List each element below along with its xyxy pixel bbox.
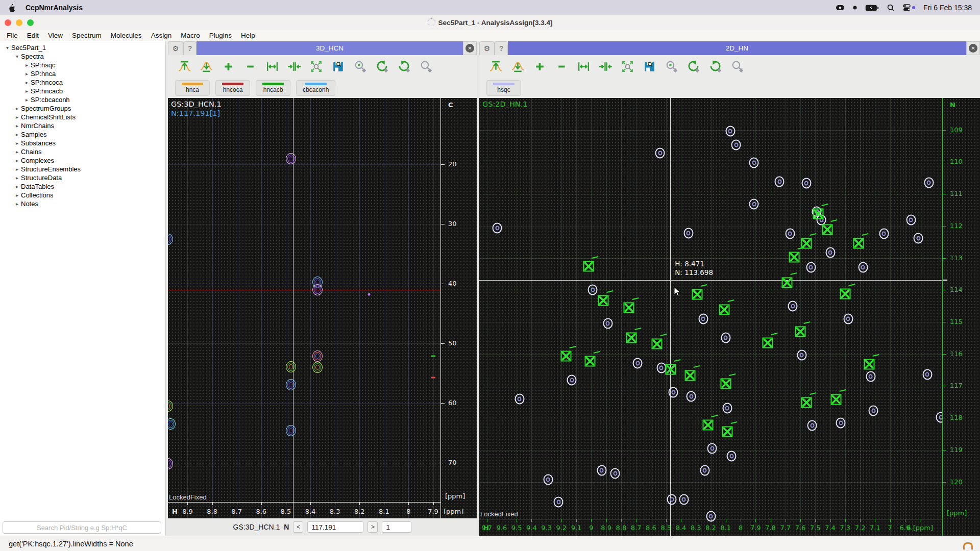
y-axis[interactable]: 109110111112113114115116117118119120N[pp… xyxy=(942,98,980,536)
panel-help-button[interactable]: ? xyxy=(183,41,197,55)
spectrum-toggle-hncoca[interactable]: hncoca xyxy=(215,80,250,96)
tree-item-samples[interactable]: ▸Samples xyxy=(0,130,165,139)
assigned-peak-marker[interactable] xyxy=(626,333,637,343)
tree-item-sp-hsqc[interactable]: ▸SP:hsqc xyxy=(0,61,165,69)
chevron-right-icon[interactable]: ▸ xyxy=(23,97,31,103)
decrease-strip-width-icon[interactable] xyxy=(598,59,613,74)
raise-contour-base-icon[interactable] xyxy=(177,59,192,74)
peak-marker[interactable] xyxy=(633,358,643,368)
undo-zoom-icon[interactable] xyxy=(375,59,389,74)
next-plane-button[interactable]: > xyxy=(368,521,378,533)
peak-marker[interactable] xyxy=(806,262,816,273)
battery-charging-icon[interactable] xyxy=(865,5,879,11)
apple-logo-icon[interactable] xyxy=(8,4,15,12)
tree-item-notes[interactable]: ▸Notes xyxy=(0,199,165,208)
spotlight-icon[interactable] xyxy=(887,4,895,12)
aspect-lock-label[interactable]: LockedFixed xyxy=(480,510,518,518)
assigned-peak-marker[interactable] xyxy=(789,252,800,263)
menu-spectrum[interactable]: Spectrum xyxy=(67,32,106,39)
spectrum-toggle-hsqc[interactable]: hsqc xyxy=(486,80,521,96)
peak-dot[interactable] xyxy=(368,293,371,296)
assigned-peak-marker[interactable] xyxy=(583,261,594,271)
peak-sliver[interactable] xyxy=(431,355,435,357)
peak-marker[interactable] xyxy=(843,313,853,324)
peak-sliver[interactable] xyxy=(431,377,435,378)
zoom-full-icon[interactable] xyxy=(620,59,635,74)
contour-peak[interactable] xyxy=(312,284,323,296)
assigned-peak-marker[interactable] xyxy=(584,356,595,367)
assigned-peak-marker[interactable] xyxy=(652,338,663,349)
peak-marker[interactable] xyxy=(858,262,868,273)
remove-contour-level-icon[interactable] xyxy=(243,59,258,74)
tree-item-nmrchains[interactable]: ▸NmrChains xyxy=(0,121,165,130)
menu-assign[interactable]: Assign xyxy=(146,32,177,39)
lower-contour-base-icon[interactable] xyxy=(199,59,214,74)
peak-marker[interactable] xyxy=(700,465,709,476)
spectrum-toggle-hncacb[interactable]: hncacb xyxy=(256,80,290,96)
peak-marker[interactable] xyxy=(514,393,524,404)
y-axis[interactable]: [ppm]203040506070C[ppm] xyxy=(440,98,477,518)
tree-item-sp-hncacb[interactable]: ▸SP:hncacb xyxy=(0,87,165,95)
undo-zoom-icon[interactable] xyxy=(686,59,701,74)
contour-peak[interactable] xyxy=(285,153,297,165)
assigned-peak-marker[interactable] xyxy=(722,427,732,437)
chevron-right-icon[interactable]: ▸ xyxy=(23,88,31,94)
menu-plugins[interactable]: Plugins xyxy=(205,32,236,39)
peak-marker[interactable] xyxy=(914,233,923,243)
contour-peak[interactable] xyxy=(312,361,323,373)
panel-help-button[interactable]: ? xyxy=(495,41,508,55)
increase-strip-width-icon[interactable] xyxy=(265,59,280,74)
chevron-right-icon[interactable]: ▸ xyxy=(13,201,21,207)
assigned-peak-marker[interactable] xyxy=(623,302,634,313)
chevron-right-icon[interactable]: ▸ xyxy=(13,158,21,163)
assigned-peak-marker[interactable] xyxy=(719,304,729,315)
peak-marker[interactable] xyxy=(879,228,889,239)
peak-marker[interactable] xyxy=(669,387,678,398)
peak-marker[interactable] xyxy=(749,199,759,210)
peak-marker[interactable] xyxy=(679,494,689,505)
peak-marker[interactable] xyxy=(731,140,741,151)
contour-peak[interactable] xyxy=(285,361,297,373)
peak-marker[interactable] xyxy=(797,349,806,360)
peak-marker[interactable] xyxy=(721,333,730,343)
peak-marker[interactable] xyxy=(610,468,620,479)
tree-item-spectrumgroups[interactable]: ▸SpectrumGroups xyxy=(0,104,165,113)
plane-count-input[interactable] xyxy=(382,521,411,533)
panel-close-button[interactable]: ✕ xyxy=(966,41,980,55)
assigned-peak-marker[interactable] xyxy=(781,277,792,288)
control-center-icon[interactable] xyxy=(903,4,915,11)
assigned-peak-marker[interactable] xyxy=(831,394,842,405)
assigned-peak-marker[interactable] xyxy=(822,224,832,235)
redo-zoom-icon[interactable] xyxy=(708,59,723,74)
tree-item-spectra[interactable]: ▾Spectra xyxy=(0,52,165,61)
spectrum-canvas-2d[interactable]: 9.79.69.59.49.39.29.198.98.88.78.68.58.4… xyxy=(479,98,980,536)
panel-settings-button[interactable]: ⚙ xyxy=(479,41,495,55)
aspect-lock-label[interactable]: LockedFixed xyxy=(169,493,207,501)
assigned-peak-marker[interactable] xyxy=(795,327,806,337)
assigned-peak-marker[interactable] xyxy=(853,238,864,248)
privacy-pill-icon[interactable] xyxy=(836,5,845,11)
peak-marker[interactable] xyxy=(493,223,502,234)
zoom-popup-icon[interactable] xyxy=(730,59,745,74)
restore-zoom-icon[interactable] xyxy=(664,59,679,74)
assigned-peak-marker[interactable] xyxy=(598,295,608,306)
store-zoom-icon[interactable] xyxy=(331,59,346,74)
zoom-full-icon[interactable] xyxy=(309,59,324,74)
peak-marker[interactable] xyxy=(603,318,612,329)
contour-peak[interactable] xyxy=(312,350,323,362)
peak-marker[interactable] xyxy=(707,443,717,454)
tree-item-sp-cbcaconh[interactable]: ▸SP:cbcaconh xyxy=(0,95,165,104)
peak-marker[interactable] xyxy=(588,285,598,295)
chevron-right-icon[interactable]: ▸ xyxy=(13,123,21,129)
tree-item-complexes[interactable]: ▸Complexes xyxy=(0,156,165,165)
peak-marker[interactable] xyxy=(687,391,696,402)
assigned-peak-marker[interactable] xyxy=(801,397,812,408)
chevron-right-icon[interactable]: ▸ xyxy=(13,166,21,172)
spectrum-toggle-cbcaconh[interactable]: cbcaconh xyxy=(296,80,335,96)
assigned-peak-marker[interactable] xyxy=(665,364,676,374)
tree-item-datatables[interactable]: ▸DataTables xyxy=(0,182,165,191)
peak-marker[interactable] xyxy=(543,474,553,485)
peak-marker[interactable] xyxy=(554,496,564,507)
lower-contour-base-icon[interactable] xyxy=(510,59,525,74)
peak-marker[interactable] xyxy=(906,214,916,225)
